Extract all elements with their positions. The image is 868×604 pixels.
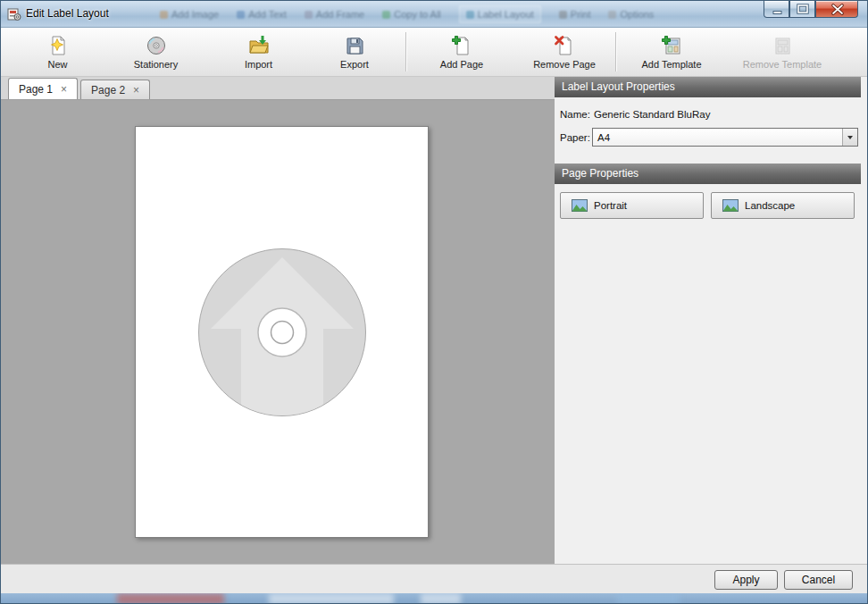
paper-dropdown[interactable]: A4 bbox=[592, 128, 858, 147]
window-title: Edit Label Layout bbox=[26, 1, 109, 27]
toolbar-label: Remove Page bbox=[533, 59, 596, 70]
background-artifact bbox=[269, 593, 394, 604]
toolbar-label: New bbox=[47, 59, 67, 70]
add-page-icon bbox=[451, 35, 472, 56]
maximize-icon bbox=[790, 1, 814, 18]
cancel-button[interactable]: Cancel bbox=[784, 570, 853, 590]
toolbar-remove-page-button[interactable]: Remove Page bbox=[515, 30, 613, 73]
toolbar-label: Stationery bbox=[134, 59, 179, 70]
window-bottom-frame bbox=[1, 593, 867, 604]
page-tabs: Page 1 × Page 2 × bbox=[1, 77, 555, 100]
toolbar-label: Add Page bbox=[440, 59, 483, 70]
ghost-toolbar-item-active: Label Layout bbox=[459, 5, 541, 23]
ghost-toolbar-item: Add Frame bbox=[305, 9, 364, 20]
tab-label: Page 1 bbox=[19, 83, 53, 96]
ghost-toolbar-item: Options bbox=[608, 9, 654, 20]
name-label: Name: bbox=[560, 109, 590, 120]
toolbar-import-button[interactable]: Import bbox=[212, 30, 305, 73]
add-template-icon bbox=[661, 35, 682, 56]
minimize-button[interactable] bbox=[764, 1, 789, 18]
background-artifact bbox=[117, 593, 224, 604]
toolbar-add-page-button[interactable]: Add Page bbox=[408, 30, 515, 73]
toolbar-label: Export bbox=[340, 59, 369, 70]
ghost-toolbar-item: Copy to All bbox=[382, 9, 441, 20]
label-layout-properties-header: Label Layout Properties bbox=[555, 77, 861, 97]
toolbar-remove-template-button: Remove Template bbox=[725, 30, 839, 73]
ghost-icon bbox=[466, 11, 474, 19]
toolbar-add-template-button[interactable]: Add Template bbox=[618, 30, 725, 73]
maximize-button[interactable] bbox=[789, 1, 815, 18]
tab-page-1[interactable]: Page 1 × bbox=[8, 78, 78, 99]
name-value: Generic Standard BluRay bbox=[594, 109, 710, 120]
caption-buttons bbox=[764, 1, 858, 18]
app-icon bbox=[7, 7, 21, 21]
background-artifact bbox=[421, 593, 461, 604]
export-icon bbox=[344, 35, 365, 56]
ghost-icon bbox=[237, 11, 245, 19]
minimize-icon bbox=[764, 1, 789, 18]
close-button[interactable] bbox=[815, 1, 858, 18]
ghost-icon bbox=[608, 11, 616, 19]
toolbar-separator bbox=[615, 32, 616, 71]
import-icon bbox=[248, 35, 270, 56]
tab-close-icon[interactable]: × bbox=[133, 85, 139, 96]
landscape-icon bbox=[722, 199, 739, 212]
disc-label-graphic[interactable] bbox=[196, 247, 368, 418]
ghost-icon bbox=[382, 11, 390, 19]
paper-dropdown-value: A4 bbox=[593, 132, 842, 143]
toolbar-stationery-button[interactable]: Stationery bbox=[100, 30, 212, 73]
tab-page-2[interactable]: Page 2 × bbox=[80, 80, 150, 99]
portrait-icon bbox=[572, 199, 588, 212]
ghost-toolbar-item: Add Image bbox=[160, 9, 219, 20]
ghost-icon bbox=[559, 11, 567, 19]
properties-panel: Label Layout Properties Name: Generic St… bbox=[555, 77, 868, 564]
chevron-down-icon bbox=[847, 136, 853, 139]
portrait-button[interactable]: Portrait bbox=[560, 192, 704, 219]
toolbar-label: Import bbox=[245, 59, 272, 70]
ghost-icon bbox=[160, 11, 168, 19]
page-properties-header: Page Properties bbox=[555, 164, 861, 184]
layout-canvas[interactable] bbox=[1, 100, 555, 564]
paper-label: Paper: bbox=[560, 132, 590, 143]
dialog-footer: Apply Cancel bbox=[1, 564, 867, 593]
background-window-toolbar: Add Image Add Text Add Frame Copy to All… bbox=[160, 1, 654, 28]
edit-label-layout-dialog: Edit Label Layout Add Image Add Text Add… bbox=[0, 0, 868, 604]
remove-page-icon bbox=[554, 35, 575, 56]
background-artifact bbox=[617, 593, 680, 604]
toolbar-label: Remove Template bbox=[743, 59, 822, 70]
toolbar-new-button[interactable]: New bbox=[15, 30, 100, 73]
portrait-label: Portrait bbox=[594, 200, 627, 211]
landscape-button[interactable]: Landscape bbox=[711, 192, 855, 219]
ghost-icon bbox=[305, 11, 313, 19]
titlebar: Edit Label Layout Add Image Add Text Add… bbox=[1, 1, 867, 28]
page-preview[interactable] bbox=[135, 126, 429, 538]
toolbar-separator bbox=[405, 32, 406, 71]
tab-close-icon[interactable]: × bbox=[61, 84, 67, 95]
new-icon bbox=[47, 35, 69, 56]
main-toolbar: New Stationery Import bbox=[1, 28, 867, 77]
landscape-label: Landscape bbox=[745, 200, 795, 211]
paper-dropdown-button[interactable] bbox=[842, 129, 857, 146]
toolbar-export-button[interactable]: Export bbox=[305, 30, 404, 73]
toolbar-label: Add Template bbox=[641, 59, 701, 70]
close-icon bbox=[816, 1, 857, 18]
apply-button[interactable]: Apply bbox=[714, 570, 778, 590]
ghost-toolbar-item: Add Text bbox=[237, 9, 287, 20]
tab-label: Page 2 bbox=[91, 84, 125, 96]
stationery-cd-icon bbox=[146, 35, 167, 56]
ghost-toolbar-item: Print bbox=[559, 9, 591, 20]
remove-template-icon bbox=[772, 35, 793, 56]
